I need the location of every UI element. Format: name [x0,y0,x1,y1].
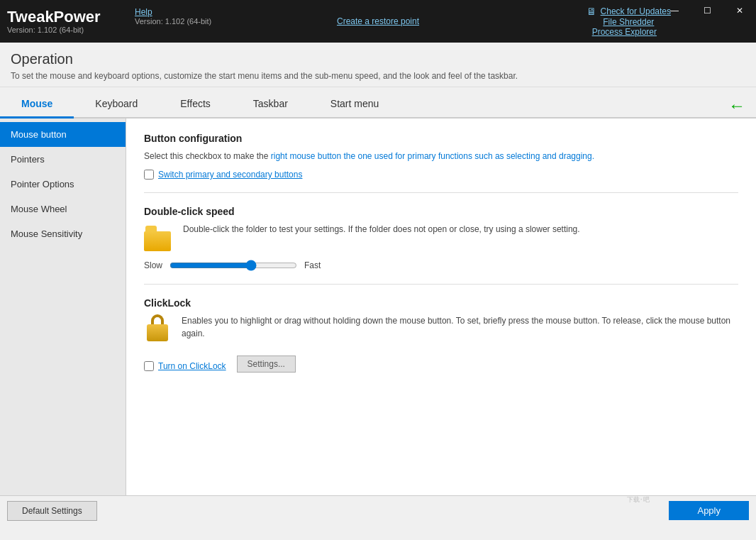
sidebar-item-mouse-sensitivity[interactable]: Mouse Sensitivity [0,221,126,246]
button-config-title: Button configuration [144,133,738,144]
double-click-row: Double-click the folder to test your set… [144,223,738,251]
app-logo: TweakPower Version: 1.102 (64-bit) [7,9,101,34]
tab-mouse[interactable]: Mouse [0,91,74,119]
button-config-desc: Select this checkbox to make the right m… [144,150,738,162]
sidebar-item-pointer-options[interactable]: Pointer Options [0,172,126,197]
divider-2 [144,284,738,285]
close-button[interactable]: ✕ [723,0,756,21]
sidebar-item-pointers[interactable]: Pointers [0,147,126,172]
watermark-area: 下载·吧 [627,495,650,505]
clicklock-settings-button[interactable]: Settings... [237,356,296,373]
monitor-icon: 🖥 [587,6,596,17]
double-click-section: Double-click speed Double-click the fold… [144,206,738,271]
help-anchor[interactable]: Help [135,7,211,17]
tab-keyboard[interactable]: Keyboard [74,91,159,119]
clicklock-checkbox[interactable] [144,361,154,371]
clicklock-controls: Turn on ClickLock Settings... [144,356,738,373]
clicklock-desc: Enables you to highlight or drag without… [182,314,738,340]
slow-label: Slow [144,260,162,270]
window-controls: — ☐ ✕ [658,0,756,21]
clicklock-section: ClickLock Enables you to highlight or dr… [144,297,738,373]
folder-tab [145,226,157,231]
maximize-button[interactable]: ☐ [691,0,723,21]
tabs-bar: Mouse Keyboard Effects Taskbar Start men… [0,91,756,119]
minimize-button[interactable]: — [658,0,691,21]
version-text: Version: 1.102 (64-bit) [135,17,211,26]
double-click-desc: Double-click the folder to test your set… [183,223,580,236]
switch-buttons-checkbox[interactable] [144,170,154,180]
page-title: Operation [11,51,745,67]
content-area: Button configuration Select this checkbo… [126,119,756,495]
default-settings-button[interactable]: Default Settings [7,501,97,521]
titlebar: TweakPower Version: 1.102 (64-bit) Help … [0,0,756,43]
main-layout: Mouse button Pointers Pointer Options Mo… [0,119,756,495]
folder-body [144,231,171,251]
bottom-bar: Default Settings 下载·吧 Apply [0,495,756,525]
app-version: Version: 1.102 (64-bit) [7,26,101,34]
sidebar: Mouse button Pointers Pointer Options Mo… [0,119,126,495]
lock-shackle [151,314,164,324]
folder-icon[interactable] [144,223,172,251]
button-config-highlight: right mouse button the one used for prim… [271,151,594,161]
back-arrow-icon[interactable]: ← [728,96,745,116]
lock-body [147,324,168,341]
tab-startmenu[interactable]: Start menu [309,91,400,119]
app-name: TweakPower [7,9,101,26]
tab-effects[interactable]: Effects [159,91,232,119]
clicklock-label[interactable]: Turn on ClickLock [158,361,226,371]
sidebar-item-mouse-wheel[interactable]: Mouse Wheel [0,197,126,221]
file-shredder-link[interactable]: File Shredder [603,17,654,27]
clicklock-row: Enables you to highlight or drag without… [144,314,738,347]
operation-header: Operation To set the mouse and keyboard … [0,43,756,87]
clicklock-title: ClickLock [144,297,738,309]
sidebar-item-mouse-button[interactable]: Mouse button [0,122,126,147]
restore-point-link[interactable]: Create a restore point [337,16,419,26]
divider-1 [144,192,738,193]
apply-button[interactable]: Apply [669,501,749,520]
lock-icon [144,314,171,344]
process-explorer-button[interactable]: Process Explorer [592,27,657,37]
operation-description: To set the mouse and keyboard options, c… [11,71,745,81]
switch-buttons-row: Switch primary and secondary buttons [144,170,738,180]
double-click-speed-slider[interactable] [169,260,297,271]
speed-slider-row: Slow Fast [144,260,738,271]
button-config-section: Button configuration Select this checkbo… [144,133,738,180]
clicklock-checkbox-row: Turn on ClickLock [144,361,226,371]
tab-taskbar[interactable]: Taskbar [232,91,309,119]
fast-label: Fast [304,260,321,270]
center-links: Create a restore point [337,16,419,26]
double-click-title: Double-click speed [144,206,738,217]
switch-buttons-label[interactable]: Switch primary and secondary buttons [158,170,302,180]
help-link[interactable]: Help Version: 1.102 (64-bit) [135,7,211,26]
